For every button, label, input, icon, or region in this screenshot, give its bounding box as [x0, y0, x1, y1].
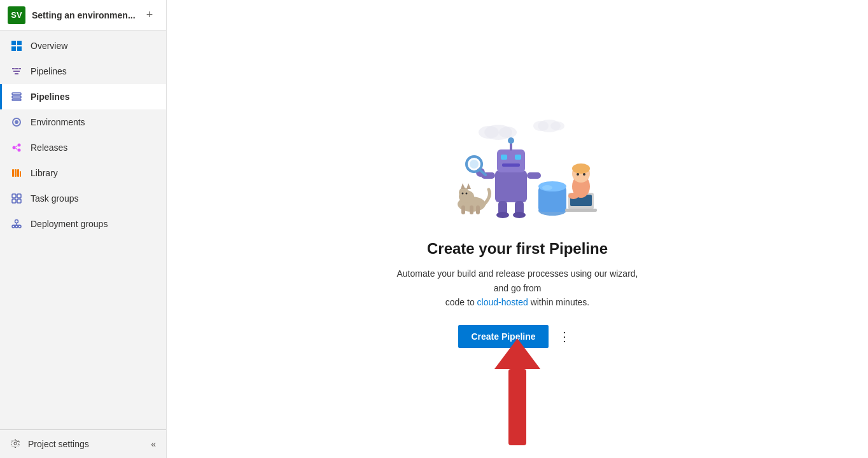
- svg-line-10: [16, 146, 18, 147]
- sidebar-item-task-groups[interactable]: Task groups: [0, 186, 166, 211]
- svg-point-9: [18, 149, 21, 152]
- svg-rect-48: [515, 155, 521, 160]
- svg-point-58: [496, 212, 509, 218]
- svg-rect-16: [12, 194, 16, 198]
- svg-rect-5: [12, 96, 21, 98]
- svg-point-39: [466, 193, 468, 195]
- empty-state-title: Create your first Pipeline: [427, 240, 608, 258]
- svg-rect-51: [527, 172, 541, 179]
- releases-icon: [10, 141, 23, 154]
- svg-rect-44: [497, 149, 525, 172]
- svg-point-59: [513, 212, 526, 218]
- sidebar-item-library[interactable]: Library: [0, 160, 166, 186]
- svg-rect-17: [17, 194, 21, 198]
- sidebar-item-deployment-groups[interactable]: Deployment groups: [0, 211, 166, 237]
- sidebar-item-environments-label: Environments: [31, 117, 85, 127]
- cloud-hosted-link[interactable]: cloud-hosted: [477, 297, 528, 307]
- svg-point-54: [470, 160, 479, 169]
- project-avatar: SV: [8, 6, 25, 24]
- svg-point-35: [459, 188, 469, 198]
- svg-rect-12: [12, 169, 14, 177]
- sidebar-item-task-groups-label: Task groups: [31, 193, 78, 204]
- svg-rect-49: [502, 163, 520, 167]
- project-settings-item[interactable]: Project settings «: [0, 430, 166, 458]
- sidebar-header: SV Setting an environmen... +: [0, 0, 166, 31]
- svg-point-31: [533, 121, 549, 131]
- add-tab-button[interactable]: +: [141, 6, 158, 24]
- svg-point-29: [499, 127, 517, 138]
- svg-point-72: [568, 193, 578, 199]
- sidebar-item-releases-label: Releases: [31, 142, 67, 153]
- svg-point-32: [550, 121, 564, 130]
- svg-point-20: [15, 220, 18, 223]
- svg-rect-14: [17, 169, 19, 177]
- collapse-icon[interactable]: «: [151, 439, 156, 449]
- svg-point-8: [18, 144, 21, 147]
- grid-icon: [10, 39, 23, 52]
- svg-rect-42: [476, 205, 480, 214]
- pipeline-sub-icon: [10, 90, 23, 103]
- svg-point-69: [572, 163, 590, 174]
- svg-point-71: [583, 173, 585, 176]
- svg-point-38: [462, 193, 464, 195]
- sidebar-item-pipelines-label: Pipelines: [31, 92, 69, 102]
- svg-rect-15: [20, 171, 21, 177]
- sidebar-item-deployment-groups-label: Deployment groups: [31, 219, 108, 229]
- sidebar-item-overview-label: Overview: [31, 41, 67, 51]
- pipeline-icon: [10, 65, 23, 78]
- illustration: [435, 110, 600, 225]
- sidebar-footer: Project settings «: [0, 429, 166, 458]
- svg-point-28: [479, 126, 499, 139]
- sidebar-item-pipelines-parent-label: Pipelines: [31, 66, 67, 76]
- deployment-groups-icon: [10, 218, 23, 230]
- project-name: Setting an environmen...: [32, 10, 141, 20]
- svg-rect-66: [565, 209, 597, 212]
- arrow-head: [494, 338, 540, 369]
- sidebar-item-library-label: Library: [31, 168, 58, 178]
- svg-rect-6: [12, 99, 21, 101]
- svg-rect-40: [461, 205, 465, 214]
- sidebar-item-overview[interactable]: Overview: [0, 33, 166, 59]
- empty-state-description: Automate your build and release processe…: [390, 267, 645, 309]
- sidebar: SV Setting an environmen... + Overview: [0, 0, 167, 458]
- svg-rect-13: [15, 169, 17, 177]
- environments-icon: [10, 116, 23, 128]
- svg-point-70: [577, 173, 579, 176]
- svg-rect-3: [17, 46, 22, 51]
- svg-line-11: [16, 148, 18, 149]
- svg-rect-41: [470, 205, 473, 214]
- arrow-annotation: [494, 338, 540, 445]
- library-icon: [10, 167, 23, 179]
- svg-rect-18: [12, 199, 16, 203]
- svg-rect-2: [11, 46, 16, 51]
- sidebar-item-releases[interactable]: Releases: [0, 135, 166, 160]
- task-groups-icon: [10, 192, 23, 205]
- svg-marker-37: [466, 183, 471, 189]
- svg-marker-36: [461, 183, 465, 189]
- svg-rect-19: [17, 199, 21, 203]
- empty-state: Create your first Pipeline Automate your…: [390, 110, 645, 347]
- main-content: Create your first Pipeline Automate your…: [167, 0, 868, 458]
- svg-point-62: [538, 181, 566, 191]
- nav-section: Overview Pipelines Pipelines: [0, 31, 166, 429]
- sidebar-item-pipelines[interactable]: Pipelines: [0, 84, 166, 109]
- svg-rect-43: [495, 170, 527, 202]
- svg-point-7: [13, 146, 16, 149]
- settings-icon: [10, 438, 20, 450]
- svg-point-46: [508, 137, 514, 144]
- sidebar-item-environments[interactable]: Environments: [0, 109, 166, 135]
- svg-rect-4: [12, 93, 21, 95]
- svg-point-63: [542, 185, 552, 190]
- sidebar-item-pipelines-parent[interactable]: Pipelines: [0, 59, 166, 84]
- svg-rect-0: [11, 41, 16, 45]
- more-options-button[interactable]: ⋮: [554, 325, 577, 348]
- arrow-shaft: [508, 369, 526, 445]
- svg-rect-1: [17, 41, 22, 45]
- project-settings-label: Project settings: [28, 439, 89, 449]
- svg-rect-47: [501, 155, 507, 160]
